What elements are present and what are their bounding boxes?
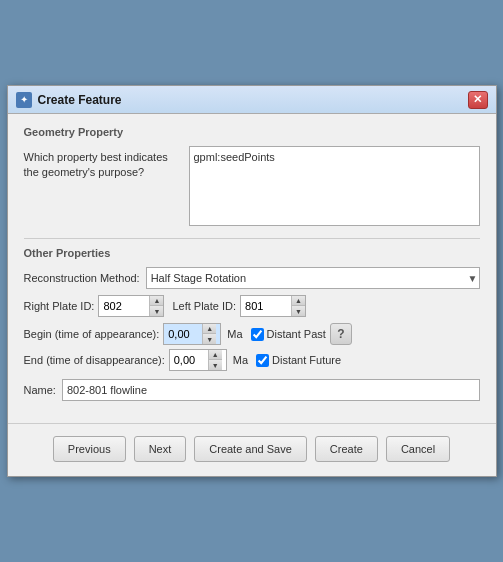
name-input[interactable] (62, 379, 480, 401)
end-time-spinbox: ▲ ▼ (169, 349, 227, 371)
right-plate-group: Right Plate ID: ▲ ▼ (24, 295, 165, 317)
create-feature-window: ✦ Create Feature ✕ Geometry Property Whi… (7, 85, 497, 477)
left-plate-up-button[interactable]: ▲ (291, 296, 305, 306)
begin-time-spinbox: ▲ ▼ (163, 323, 221, 345)
left-plate-down-button[interactable]: ▼ (291, 306, 305, 316)
create-and-save-button[interactable]: Create and Save (194, 436, 307, 462)
left-plate-label: Left Plate ID: (172, 300, 236, 312)
end-distant-future-label[interactable]: Distant Future (256, 354, 341, 367)
begin-label: Begin (time of appearance): (24, 328, 160, 340)
reconstruction-method-label: Reconstruction Method: (24, 272, 140, 284)
left-plate-input[interactable] (241, 296, 291, 316)
next-button[interactable]: Next (134, 436, 187, 462)
reconstruction-method-select-wrapper: Half Stage Rotation ▼ (146, 267, 480, 289)
window-icon: ✦ (16, 92, 32, 108)
begin-ma-label: Ma (227, 328, 242, 340)
name-row: Name: (24, 379, 480, 401)
end-distant-future-text: Distant Future (272, 354, 341, 366)
name-label: Name: (24, 384, 56, 396)
geometry-question-text: Which property best indicates the geomet… (24, 146, 179, 181)
end-time-spin-buttons: ▲ ▼ (208, 350, 222, 370)
left-plate-spinbox: ▲ ▼ (240, 295, 306, 317)
right-plate-spin-buttons: ▲ ▼ (149, 296, 163, 316)
geometry-row: Which property best indicates the geomet… (24, 146, 480, 226)
begin-time-input[interactable] (164, 324, 202, 344)
close-button[interactable]: ✕ (468, 91, 488, 109)
main-content: Geometry Property Which property best in… (8, 114, 496, 413)
end-time-down-button[interactable]: ▼ (208, 360, 222, 370)
reconstruction-method-row: Reconstruction Method: Half Stage Rotati… (24, 267, 480, 289)
geometry-textarea[interactable]: gpml:seedPoints (189, 146, 480, 226)
other-section-label: Other Properties (24, 247, 480, 259)
end-time-input[interactable] (170, 350, 208, 370)
right-plate-label: Right Plate ID: (24, 300, 95, 312)
end-distant-future-checkbox[interactable] (256, 354, 269, 367)
help-button[interactable]: ? (330, 323, 352, 345)
titlebar-left: ✦ Create Feature (16, 92, 122, 108)
begin-distant-past-label[interactable]: Distant Past (251, 328, 326, 341)
begin-time-down-button[interactable]: ▼ (202, 334, 216, 344)
button-row: Previous Next Create and Save Create Can… (8, 423, 496, 476)
begin-distant-past-text: Distant Past (267, 328, 326, 340)
left-plate-spin-buttons: ▲ ▼ (291, 296, 305, 316)
geometry-section: Geometry Property Which property best in… (24, 126, 480, 226)
window-title: Create Feature (38, 93, 122, 107)
previous-button[interactable]: Previous (53, 436, 126, 462)
begin-time-spin-buttons: ▲ ▼ (202, 324, 216, 344)
left-plate-group: Left Plate ID: ▲ ▼ (172, 295, 306, 317)
plate-ids-row: Right Plate ID: ▲ ▼ Left Plate ID: (24, 295, 480, 317)
cancel-button[interactable]: Cancel (386, 436, 450, 462)
geometry-section-label: Geometry Property (24, 126, 480, 138)
end-time-up-button[interactable]: ▲ (208, 350, 222, 360)
end-label: End (time of disappearance): (24, 354, 165, 366)
create-button[interactable]: Create (315, 436, 378, 462)
end-time-row: End (time of disappearance): ▲ ▼ Ma Dist… (24, 349, 480, 371)
titlebar: ✦ Create Feature ✕ (8, 86, 496, 114)
right-plate-down-button[interactable]: ▼ (149, 306, 163, 316)
other-properties-section: Other Properties Reconstruction Method: … (24, 247, 480, 401)
section-divider (24, 238, 480, 239)
begin-time-up-button[interactable]: ▲ (202, 324, 216, 334)
right-plate-input[interactable] (99, 296, 149, 316)
reconstruction-method-select[interactable]: Half Stage Rotation (146, 267, 480, 289)
right-plate-spinbox: ▲ ▼ (98, 295, 164, 317)
begin-time-row: Begin (time of appearance): ▲ ▼ Ma Dista… (24, 323, 480, 345)
right-plate-up-button[interactable]: ▲ (149, 296, 163, 306)
begin-distant-past-checkbox[interactable] (251, 328, 264, 341)
end-ma-label: Ma (233, 354, 248, 366)
